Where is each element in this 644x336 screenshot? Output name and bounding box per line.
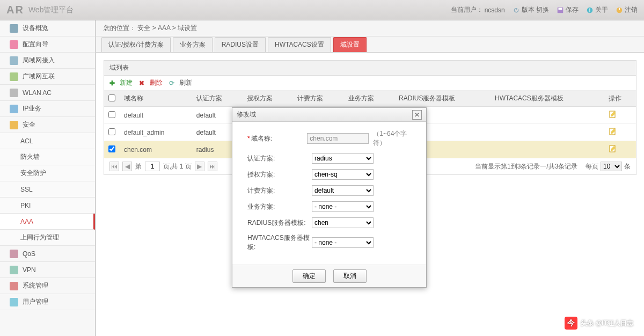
sidebar-item-label: VPN (23, 266, 36, 274)
sidebar-item-2[interactable]: 局域网接入 (0, 53, 95, 69)
sidebar-item-label: AAA (20, 218, 33, 225)
version-switch-link[interactable]: 版本 切换 (513, 5, 549, 14)
table-cell: default (120, 107, 192, 124)
column-header: 授权方案 (243, 91, 293, 107)
sidebar-item-8[interactable]: 防火墙 (0, 149, 95, 165)
delete-button[interactable]: ✖ 删除 (139, 78, 162, 87)
pager-first[interactable]: ⏮ (109, 162, 119, 171)
sidebar-item-label: 上网行为管理 (20, 233, 59, 242)
sidebar-item-label: 防火墙 (20, 152, 40, 162)
about-button[interactable]: i关于 (586, 5, 608, 14)
sidebar-item-4[interactable]: WLAN AC (0, 85, 95, 101)
column-header: HWTACACS服务器模板 (491, 91, 604, 107)
column-header: 域名称 (120, 91, 192, 107)
breadcrumb: 您的位置： 安全 > AAA > 域设置 (96, 20, 644, 36)
header-right: 当前用户：ncsdsn 版本 切换 保存 i关于 注销 (451, 5, 638, 14)
tab-3[interactable]: HWTACACS设置 (268, 37, 331, 52)
column-header: 业务方案 (344, 91, 394, 107)
save-button[interactable]: 保存 (557, 5, 579, 14)
authz-select[interactable]: chen-sq (312, 169, 374, 180)
svg-text:i: i (589, 6, 590, 13)
watermark: 今 头条 @IT狂人日志 (565, 317, 633, 330)
ip-icon (10, 105, 18, 113)
sidebar-item-17[interactable]: 用户管理 (0, 294, 95, 310)
modal-close-button[interactable]: ✕ (412, 110, 422, 120)
modal-header: 修改域 ✕ (232, 108, 426, 122)
edit-icon[interactable] (609, 144, 617, 153)
wlan-icon (10, 89, 18, 97)
sidebar-item-6[interactable]: 安全 (0, 117, 95, 133)
select-all-checkbox[interactable] (108, 94, 115, 101)
hwtacacs-select[interactable]: - none - (312, 237, 374, 248)
sidebar-item-label: 设备概览 (23, 24, 48, 33)
sys-icon (10, 282, 18, 290)
current-user: 当前用户：ncsdsn (451, 5, 505, 14)
sidebar-item-7[interactable]: ACL (0, 133, 95, 149)
radius-label: RADIUS服务器模板: (242, 218, 312, 228)
sidebar-item-14[interactable]: QoS (0, 246, 95, 262)
sidebar-item-label: 安全 (23, 120, 35, 129)
sidebar-item-5[interactable]: IP业务 (0, 101, 95, 117)
wan-icon (10, 72, 18, 81)
radius-select[interactable]: chen (312, 217, 374, 228)
sidebar-item-13[interactable]: 上网行为管理 (0, 230, 95, 246)
pager-prev[interactable]: ◀ (122, 162, 132, 171)
column-header: 操作 (604, 91, 636, 107)
logo: AR (6, 4, 24, 16)
sidebar-item-label: IP业务 (23, 104, 41, 113)
pager-page-input[interactable] (145, 162, 160, 171)
edit-icon[interactable] (609, 127, 617, 136)
svg-rect-5 (619, 8, 620, 10)
sidebar-item-0[interactable]: 设备概览 (0, 20, 95, 36)
sidebar-item-label: 广域网互联 (23, 72, 55, 81)
sidebar-item-3[interactable]: 广域网互联 (0, 69, 95, 85)
panel-title: 域列表 (104, 61, 636, 76)
info-icon: i (586, 6, 594, 14)
add-button[interactable]: ✚ 新建 (109, 78, 133, 87)
sidebar-item-1[interactable]: 配置向导 (0, 36, 95, 53)
sidebar-item-label: 安全防护 (20, 169, 46, 178)
wizard-icon (10, 40, 18, 49)
sidebar: 设备概览配置向导局域网接入广域网互联WLAN ACIP业务安全ACL防火墙安全防… (0, 20, 96, 336)
refresh-button[interactable]: ⟳ 刷新 (169, 78, 192, 87)
vpn-icon (10, 266, 18, 274)
sidebar-item-16[interactable]: 系统管理 (0, 278, 95, 294)
logout-button[interactable]: 注销 (616, 5, 638, 14)
modal-title: 修改域 (237, 110, 256, 119)
sidebar-item-10[interactable]: SSL (0, 181, 95, 198)
sidebar-item-11[interactable]: PKI (0, 198, 95, 214)
edit-icon[interactable] (609, 110, 617, 119)
pager-summary: 当前显示第1到3条记录一/共3条记录 (475, 162, 577, 171)
biz-select[interactable]: - none - (312, 201, 374, 212)
row-checkbox[interactable] (108, 111, 115, 118)
row-checkbox[interactable] (108, 145, 115, 152)
svg-rect-1 (559, 8, 562, 10)
sidebar-item-label: 配置向导 (23, 40, 48, 49)
ok-button[interactable]: 确定 (292, 269, 326, 283)
device-icon (10, 24, 18, 33)
pager-next[interactable]: ▶ (195, 162, 204, 171)
pager-last[interactable]: ⏭ (208, 162, 217, 171)
acct-select[interactable]: default (312, 185, 374, 196)
domain-name-hint: （1~64个字符） (373, 129, 416, 148)
table-cell (491, 124, 604, 141)
pager-pagesize-select[interactable]: 10 (601, 162, 622, 171)
edit-domain-modal: 修改域 ✕ *域名称: （1~64个字符） 认证方案:radius 授权方案:c… (232, 107, 427, 288)
sidebar-item-15[interactable]: VPN (0, 262, 95, 278)
sidebar-item-label: 局域网接入 (23, 56, 55, 65)
acct-label: 计费方案: (242, 186, 312, 195)
cancel-button[interactable]: 取消 (333, 269, 367, 283)
tab-0[interactable]: 认证/授权/计费方案 (101, 37, 171, 52)
domain-name-input[interactable] (307, 133, 369, 144)
auth-select[interactable]: radius (312, 153, 374, 164)
tab-4[interactable]: 域设置 (333, 37, 367, 52)
refresh-icon (513, 6, 520, 14)
sidebar-item-label: 系统管理 (23, 281, 48, 290)
sidebar-item-9[interactable]: 安全防护 (0, 165, 95, 181)
row-checkbox[interactable] (108, 128, 115, 135)
sidebar-item-12[interactable]: AAA (0, 214, 95, 230)
tab-1[interactable]: 业务方案 (173, 37, 213, 52)
tab-2[interactable]: RADIUS设置 (215, 37, 266, 52)
app-header: AR Web管理平台 当前用户：ncsdsn 版本 切换 保存 i关于 注销 (0, 0, 644, 20)
table-cell (491, 141, 604, 158)
